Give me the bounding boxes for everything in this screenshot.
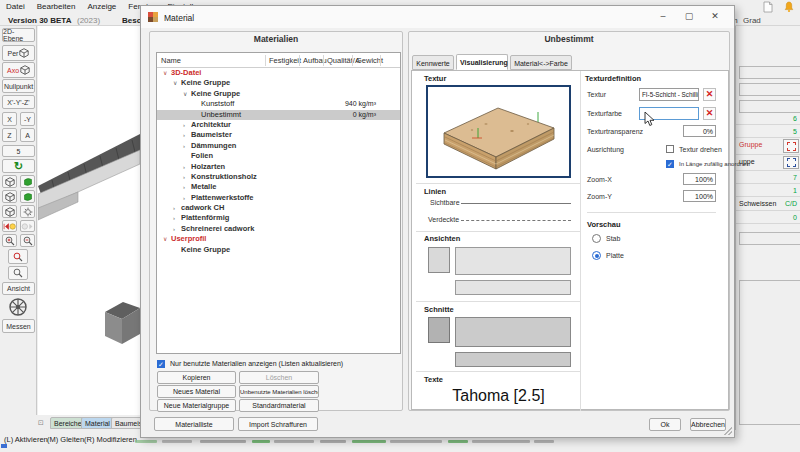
- dialog-titlebar[interactable]: Material – ▢ ✕: [141, 6, 734, 28]
- rotate-view-button[interactable]: ↻: [2, 159, 35, 173]
- tree-row[interactable]: ∨Keine Gruppe: [157, 89, 400, 99]
- materials-list-header[interactable]: Name Festigkeit Aufbau Qualität/A Gewich…: [157, 53, 400, 68]
- textur-drehen-checkbox[interactable]: [666, 145, 674, 153]
- shaded-view-button-2[interactable]: [20, 190, 35, 203]
- notification-bell-icon[interactable]: [784, 1, 794, 13]
- textur-input[interactable]: FI-5-Schicht - Schilliger: [639, 88, 699, 101]
- tree-row[interactable]: ›Architektur: [157, 120, 400, 130]
- unbenutzte-loeschen-button[interactable]: Unbenutzte Materialien löschen: [239, 385, 319, 398]
- a-axis-button[interactable]: A: [20, 128, 35, 142]
- attribute-list-box[interactable]: [739, 280, 800, 425]
- nullpunkt-button[interactable]: Nullpunkt: [2, 79, 35, 93]
- show-used-checkbox[interactable]: ✓: [157, 360, 165, 368]
- schnitt-color-swatch[interactable]: [428, 317, 450, 343]
- materials-list[interactable]: Name Festigkeit Aufbau Qualität/A Gewich…: [156, 52, 401, 354]
- messen-button[interactable]: Messen: [2, 319, 35, 333]
- tree-expand-icon[interactable]: ›: [173, 213, 181, 223]
- tree-row[interactable]: ›Baumeister: [157, 130, 400, 140]
- minimize-button[interactable]: –: [654, 9, 672, 24]
- attribute-field[interactable]: [739, 66, 800, 79]
- perspective-button[interactable]: Per: [2, 45, 35, 61]
- tab-material[interactable]: Material: [81, 417, 114, 429]
- tree-expand-icon[interactable]: ›: [183, 193, 191, 203]
- x-axis-button[interactable]: X: [2, 112, 17, 126]
- loeschen-button[interactable]: Löschen: [239, 371, 319, 384]
- view-cube-button-2[interactable]: [2, 190, 17, 203]
- abbrechen-button[interactable]: Abbrechen: [690, 418, 726, 431]
- view-cube-button-3[interactable]: [2, 205, 17, 218]
- font-preview[interactable]: Tahoma [2.5]: [426, 387, 571, 405]
- tree-row[interactable]: ›Holzarten: [157, 162, 400, 172]
- menu-fragment-grad[interactable]: Grad: [743, 16, 761, 25]
- col-qualitaet[interactable]: Qualität/A: [327, 56, 360, 65]
- tree-expand-icon[interactable]: ›: [173, 203, 181, 213]
- tab-material-farbe[interactable]: Material<->Farbe: [510, 55, 572, 70]
- maximize-button[interactable]: ▢: [680, 9, 698, 24]
- tree-expand-icon[interactable]: ∨: [163, 234, 171, 244]
- z-axis-button[interactable]: Z: [2, 128, 17, 142]
- tree-expand-icon[interactable]: ›: [183, 130, 191, 140]
- tree-row[interactable]: ›Dämmungen: [157, 141, 400, 151]
- texturtransparenz-input[interactable]: 0%: [683, 125, 716, 137]
- grid-5-button[interactable]: 5: [2, 145, 35, 157]
- tree-row[interactable]: ›Schreinerei cadwork: [157, 224, 400, 234]
- zufall-checkbox[interactable]: ✓: [666, 160, 674, 168]
- texture-preview[interactable]: [426, 85, 571, 178]
- menu-item-datei[interactable]: Datei: [0, 0, 31, 11]
- tree-expand-icon[interactable]: ›: [183, 162, 191, 172]
- ok-button[interactable]: Ok: [649, 418, 681, 431]
- tab-visualisierung[interactable]: Visualisierung: [456, 54, 508, 70]
- menu-item-bearbeiten[interactable]: Bearbeiten: [31, 0, 82, 11]
- navigation-wheel-button[interactable]: [8, 297, 28, 321]
- tree-expand-icon[interactable]: ∨: [173, 78, 181, 88]
- tree-row[interactable]: Folien: [157, 151, 400, 161]
- resize-grip[interactable]: [724, 427, 732, 435]
- axes-button[interactable]: X'-Y'-Z': [2, 95, 35, 109]
- settings-gear-button[interactable]: [20, 205, 35, 218]
- attribute-field[interactable]: [739, 83, 800, 96]
- zoom-window-button[interactable]: [8, 249, 28, 264]
- dock-icon[interactable]: ⊡: [38, 419, 44, 427]
- import-schraffuren-button[interactable]: Import Schraffuren: [238, 417, 318, 431]
- tree-row[interactable]: ›cadwork CH: [157, 203, 400, 213]
- zoom-all-button[interactable]: [8, 266, 28, 280]
- tree-expand-icon[interactable]: ›: [183, 172, 191, 182]
- blue-dashed-icon[interactable]: [783, 156, 799, 169]
- textur-clear-button[interactable]: ✕: [703, 88, 716, 101]
- tree-row[interactable]: ›Konstruktionsholz: [157, 172, 400, 182]
- tree-row[interactable]: ›Metalle: [157, 182, 400, 192]
- zoom-out-button[interactable]: [20, 234, 35, 247]
- 2d-plane-button[interactable]: 2D-Ebene: [2, 28, 35, 42]
- tree-row[interactable]: ∨3D-Datei: [157, 68, 400, 78]
- tree-expand-icon[interactable]: ›: [183, 120, 191, 130]
- col-festigkeit[interactable]: Festigkeit: [269, 56, 301, 65]
- zoom-x-input[interactable]: 100%: [683, 173, 716, 185]
- light-on-button[interactable]: [2, 220, 17, 232]
- tab-kennwerte[interactable]: Kennwerte: [412, 55, 454, 70]
- stab-radio[interactable]: [592, 234, 601, 243]
- tree-row[interactable]: ›Plattenförmig: [157, 213, 400, 223]
- shaded-view-button-1[interactable]: [20, 175, 35, 188]
- zoom-in-button[interactable]: [2, 234, 17, 247]
- tree-expand-icon[interactable]: ›: [183, 141, 191, 151]
- view-cube-button-1[interactable]: [2, 175, 17, 188]
- neue-materialgruppe-button[interactable]: Neue Materialgruppe: [157, 399, 236, 412]
- ansicht-button[interactable]: Ansicht: [2, 282, 35, 295]
- neues-material-button[interactable]: Neues Material: [157, 385, 236, 398]
- tree-row[interactable]: ›Plattenwerkstoffe: [157, 193, 400, 203]
- tree-row[interactable]: ∨Userprofil: [157, 234, 400, 244]
- tree-expand-icon[interactable]: ∨: [183, 89, 191, 99]
- texturfarbe-clear-button[interactable]: ✕: [703, 107, 716, 120]
- minus-y-axis-button[interactable]: -Y: [20, 112, 35, 126]
- platte-radio[interactable]: [592, 251, 601, 260]
- axonometry-button[interactable]: Axo: [2, 62, 35, 78]
- close-button[interactable]: ✕: [706, 9, 724, 24]
- tree-row[interactable]: Unbestimmt0 kg/m³: [157, 110, 400, 120]
- menu-item-anzeige[interactable]: Anzeige: [81, 0, 122, 11]
- standardmaterial-button[interactable]: Standardmaterial: [239, 399, 319, 412]
- tree-expand-icon[interactable]: ∨: [163, 68, 171, 78]
- document-icon[interactable]: [763, 1, 773, 13]
- col-name[interactable]: Name: [161, 56, 181, 65]
- tree-expand-icon[interactable]: ›: [183, 182, 191, 192]
- ansicht-color-swatch[interactable]: [428, 247, 450, 273]
